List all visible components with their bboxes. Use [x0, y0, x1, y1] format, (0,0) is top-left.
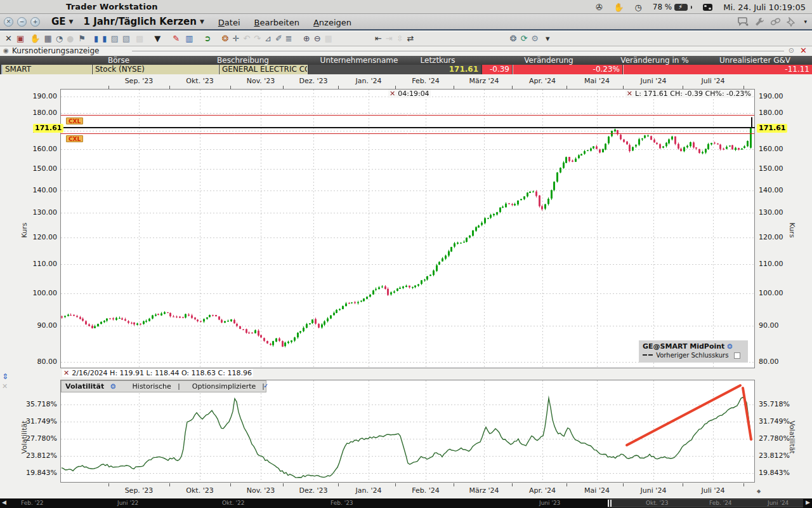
panel-split-handle-icon[interactable]: ⇕ — [2, 372, 8, 381]
cell-last-price[interactable]: 171.61 — [308, 65, 481, 74]
globe-icon[interactable]: ❂ — [110, 383, 115, 390]
time-machine-icon[interactable]: ◷ — [634, 3, 641, 12]
window-close-button[interactable]: ✕ — [4, 17, 13, 27]
menu-anzeigen[interactable]: Anzeigen — [313, 18, 351, 27]
cell-change-percent[interactable]: -0.23% — [513, 65, 622, 74]
panel-pin-icon[interactable]: ⊙ — [789, 46, 794, 55]
hand-cursor-icon[interactable]: ✋ — [30, 34, 40, 43]
zoom-out-icon[interactable]: ⊖ — [314, 34, 321, 43]
prev-close-checkbox[interactable] — [734, 352, 740, 359]
grid-dim-icon[interactable]: ▦ — [325, 34, 332, 43]
redo-icon[interactable]: ↷ — [254, 34, 261, 43]
measure-icon[interactable]: ⊿ — [265, 34, 272, 43]
right-axis-title: Kurs — [788, 214, 796, 247]
historical-checkbox[interactable] — [178, 384, 180, 390]
target-icon[interactable]: ❂ — [221, 34, 228, 43]
globe-refresh-icon[interactable]: ❂ — [509, 34, 516, 43]
timeframe-dropdown-arrow-icon[interactable]: ▼ — [200, 18, 204, 25]
axis-marker-icon[interactable]: ◆ — [757, 488, 761, 494]
column-header[interactable]: Veränderung in % — [620, 56, 688, 65]
app-badge-icon[interactable]: ✇ — [596, 3, 603, 12]
cell-unrealized-pnl[interactable]: -11.11 — [623, 65, 812, 74]
menu-bearbeiten[interactable]: Bearbeiten — [254, 18, 299, 27]
align-left-icon[interactable]: ⇤ — [375, 34, 382, 43]
menubar-clock[interactable]: Mi. 24. Juli 10:19:05 — [723, 3, 806, 12]
column-header[interactable]: Unrealisierter G&V — [719, 56, 790, 65]
compass-icon[interactable]: ◔ — [56, 34, 63, 43]
menu-datei[interactable]: Datei — [218, 18, 240, 27]
grid-icon[interactable]: ▦ — [44, 34, 51, 43]
wrench-icon[interactable] — [755, 17, 764, 27]
chat-icon[interactable] — [738, 17, 749, 27]
scrollbar-right-arrow[interactable]: ▶ — [806, 499, 810, 505]
symbol-dropdown[interactable]: GE — [51, 16, 66, 27]
candlestick-chart-canvas[interactable] — [60, 89, 755, 368]
control-center-icon[interactable] — [703, 4, 712, 11]
undo-icon[interactable]: ↶ — [243, 34, 250, 43]
volatility-canvas[interactable] — [60, 380, 755, 483]
panel-close-icon[interactable]: ✕ — [800, 46, 807, 55]
axis-tick — [338, 483, 339, 486]
column-header[interactable]: Letztkurs — [421, 56, 455, 65]
crosshair-box-icon[interactable]: ▣ — [16, 34, 24, 43]
window-zoom-button[interactable]: + — [30, 17, 40, 27]
column-header[interactable]: Beschreibung — [217, 56, 269, 65]
ohlc-close-icon[interactable]: ✕ — [63, 369, 69, 377]
crosshair-close-icon[interactable]: ✕ — [390, 90, 395, 98]
globe-icon[interactable]: ❂ — [727, 343, 732, 350]
scrollbar-left-arrow[interactable]: ◀ — [2, 499, 6, 505]
timeframe-dropdown[interactable]: 1 Jahr/Täglich Kerzen — [83, 16, 196, 27]
volume-bars-icon[interactable]: ▥ — [185, 34, 193, 43]
cxl-order-button-2[interactable]: CXL — [66, 135, 83, 142]
quote-row[interactable]: SMART Stock (NYSE) GENERAL ELECTRIC CO 1… — [0, 65, 812, 74]
cell-exchange[interactable]: SMART — [1, 65, 92, 74]
scrollbar-thumb-grip[interactable] — [608, 500, 612, 507]
cursor-plus-icon[interactable]: ✛ — [232, 34, 239, 43]
draw-pen-icon[interactable]: ✎ — [173, 34, 180, 43]
symbol-dropdown-arrow-icon[interactable]: ▼ — [69, 18, 74, 25]
implied-checkbox[interactable] — [263, 384, 264, 390]
dot-icon[interactable]: ● — [67, 34, 74, 43]
column-header[interactable]: Börse — [108, 56, 129, 65]
column-header[interactable]: Unternehmensname — [320, 56, 398, 65]
close-icon[interactable]: ✕ — [5, 34, 12, 43]
panel-handle-icon[interactable]: ◉ — [3, 47, 9, 54]
hand-icon[interactable]: ✋ — [613, 3, 624, 12]
cell-change[interactable]: -0.39 — [482, 65, 512, 74]
globe-icon[interactable]: ➲ — [204, 34, 211, 43]
cell-description[interactable]: Stock (NYSE) — [93, 65, 219, 74]
dropdown-arrow-icon[interactable]: ▼ — [154, 34, 160, 43]
price-tick-label: 120.00 — [759, 233, 792, 241]
crosshair-close-icon[interactable]: ✕ — [627, 90, 632, 98]
cxl-order-button-1[interactable]: CXL — [66, 117, 83, 124]
candlestick-icon[interactable]: ▮ — [94, 34, 98, 43]
settings-tools-icon[interactable]: ⚙ — [531, 34, 539, 43]
pin-icon[interactable] — [787, 17, 795, 27]
column-header[interactable]: Veränderung — [524, 56, 573, 65]
align-right-icon[interactable]: ⇥ — [386, 34, 393, 43]
chart-snapshot-icon[interactable]: ▧ — [122, 34, 130, 43]
pencil-icon[interactable]: ✐ — [275, 34, 282, 43]
titlebar-more-arrow-icon[interactable]: ▾ — [804, 18, 807, 25]
zoom-in-icon[interactable]: ⊕ — [303, 34, 310, 43]
reload-icon[interactable]: ⟳ — [520, 34, 527, 43]
battery-indicator[interactable]: 78 % ⚡ — [653, 3, 693, 11]
bar-collapse-icon[interactable]: ⇄ — [407, 34, 414, 43]
month-label: Juli '24 — [702, 486, 725, 495]
candlestick-edit-icon[interactable]: ▮ — [102, 34, 107, 43]
layers-icon[interactable]: ≣ — [285, 34, 292, 43]
menubar-app-name[interactable]: Trader Workstation — [66, 2, 158, 11]
volatility-right-axis-title: Volatilität — [788, 418, 796, 457]
more-dropdown-icon[interactable]: ▾ — [546, 34, 550, 43]
scrollbar-time-label: Okt. '22 — [222, 500, 244, 506]
align-center-icon[interactable]: ⇳ — [396, 34, 403, 43]
cell-company[interactable]: GENERAL ELECTRIC CO — [219, 65, 308, 74]
chart-image-icon[interactable]: ▨ — [110, 34, 118, 43]
link-icon[interactable] — [770, 17, 781, 26]
pattern-icon[interactable]: ▩ — [136, 34, 143, 43]
panel-collapse-icon[interactable]: ✕ — [2, 382, 8, 391]
route-icon[interactable]: ⚑ — [78, 34, 86, 43]
window-minimize-button[interactable]: − — [17, 17, 27, 27]
time-scrollbar[interactable]: ◀ ▶ Feb. '22Juni '22Okt. '22Feb. '23Juni… — [0, 498, 812, 508]
price-tick-label: 180.00 — [24, 109, 57, 117]
